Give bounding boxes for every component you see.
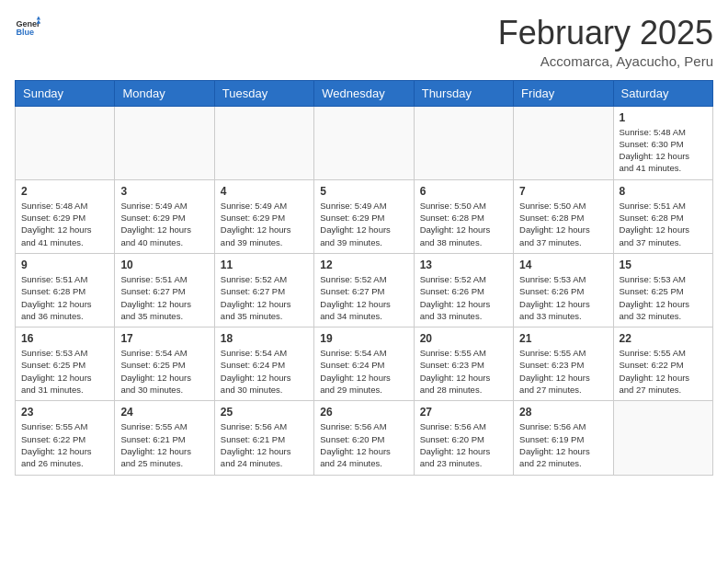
calendar-header-row: Sunday Monday Tuesday Wednesday Thursday… bbox=[16, 80, 713, 106]
day-number: 15 bbox=[620, 259, 707, 271]
col-monday: Monday bbox=[115, 80, 214, 106]
table-row: 13Sunrise: 5:52 AM Sunset: 6:26 PM Dayli… bbox=[414, 253, 513, 327]
day-number: 24 bbox=[120, 406, 208, 419]
day-number: 14 bbox=[519, 259, 607, 271]
day-info: Sunrise: 5:49 AM Sunset: 6:29 PM Dayligh… bbox=[221, 200, 308, 248]
day-info: Sunrise: 5:52 AM Sunset: 6:27 PM Dayligh… bbox=[221, 273, 308, 322]
day-info: Sunrise: 5:48 AM Sunset: 6:30 PM Dayligh… bbox=[620, 126, 707, 175]
table-row: 9Sunrise: 5:51 AM Sunset: 6:28 PM Daylig… bbox=[16, 253, 115, 327]
day-info: Sunrise: 5:53 AM Sunset: 6:26 PM Dayligh… bbox=[519, 273, 607, 322]
table-row: 11Sunrise: 5:52 AM Sunset: 6:27 PM Dayli… bbox=[214, 253, 313, 327]
table-row: 16Sunrise: 5:53 AM Sunset: 6:25 PM Dayli… bbox=[16, 327, 115, 401]
table-row: 8Sunrise: 5:51 AM Sunset: 6:28 PM Daylig… bbox=[613, 179, 712, 253]
day-number: 22 bbox=[620, 332, 707, 345]
calendar-week-row: 23Sunrise: 5:55 AM Sunset: 6:22 PM Dayli… bbox=[16, 401, 713, 475]
day-number: 20 bbox=[420, 332, 507, 345]
day-number: 16 bbox=[21, 332, 108, 345]
table-row: 26Sunrise: 5:56 AM Sunset: 6:20 PM Dayli… bbox=[314, 401, 414, 475]
table-row: 25Sunrise: 5:56 AM Sunset: 6:21 PM Dayli… bbox=[214, 401, 313, 475]
day-number: 10 bbox=[120, 259, 208, 271]
table-row: 14Sunrise: 5:53 AM Sunset: 6:26 PM Dayli… bbox=[514, 253, 613, 327]
calendar-week-row: 2Sunrise: 5:48 AM Sunset: 6:29 PM Daylig… bbox=[16, 179, 713, 253]
table-row: 28Sunrise: 5:56 AM Sunset: 6:19 PM Dayli… bbox=[514, 401, 613, 475]
table-row bbox=[16, 106, 115, 179]
calendar-week-row: 16Sunrise: 5:53 AM Sunset: 6:25 PM Dayli… bbox=[16, 327, 713, 401]
table-row: 12Sunrise: 5:52 AM Sunset: 6:27 PM Dayli… bbox=[314, 253, 414, 327]
table-row: 22Sunrise: 5:55 AM Sunset: 6:22 PM Dayli… bbox=[613, 327, 712, 401]
day-info: Sunrise: 5:48 AM Sunset: 6:29 PM Dayligh… bbox=[21, 200, 108, 248]
svg-marker-2 bbox=[37, 16, 40, 19]
table-row: 4Sunrise: 5:49 AM Sunset: 6:29 PM Daylig… bbox=[214, 179, 313, 253]
day-info: Sunrise: 5:53 AM Sunset: 6:25 PM Dayligh… bbox=[620, 273, 707, 322]
table-row: 1Sunrise: 5:48 AM Sunset: 6:30 PM Daylig… bbox=[613, 106, 712, 179]
day-info: Sunrise: 5:52 AM Sunset: 6:26 PM Dayligh… bbox=[420, 273, 507, 322]
table-row bbox=[214, 106, 313, 179]
day-info: Sunrise: 5:50 AM Sunset: 6:28 PM Dayligh… bbox=[420, 200, 507, 248]
day-info: Sunrise: 5:54 AM Sunset: 6:25 PM Dayligh… bbox=[120, 347, 208, 396]
table-row: 17Sunrise: 5:54 AM Sunset: 6:25 PM Dayli… bbox=[115, 327, 214, 401]
col-tuesday: Tuesday bbox=[214, 80, 313, 106]
day-number: 8 bbox=[620, 185, 707, 198]
day-info: Sunrise: 5:55 AM Sunset: 6:23 PM Dayligh… bbox=[519, 347, 607, 396]
day-number: 17 bbox=[120, 332, 208, 345]
day-info: Sunrise: 5:51 AM Sunset: 6:28 PM Dayligh… bbox=[21, 273, 108, 322]
day-number: 26 bbox=[320, 406, 407, 419]
table-row: 7Sunrise: 5:50 AM Sunset: 6:28 PM Daylig… bbox=[514, 179, 613, 253]
table-row: 21Sunrise: 5:55 AM Sunset: 6:23 PM Dayli… bbox=[514, 327, 613, 401]
calendar-table: Sunday Monday Tuesday Wednesday Thursday… bbox=[15, 80, 713, 476]
day-number: 2 bbox=[21, 185, 108, 198]
col-sunday: Sunday bbox=[16, 80, 115, 106]
day-info: Sunrise: 5:56 AM Sunset: 6:19 PM Dayligh… bbox=[519, 420, 607, 469]
day-info: Sunrise: 5:54 AM Sunset: 6:24 PM Dayligh… bbox=[221, 347, 308, 396]
day-number: 3 bbox=[120, 185, 208, 198]
col-saturday: Saturday bbox=[613, 80, 712, 106]
day-info: Sunrise: 5:51 AM Sunset: 6:27 PM Dayligh… bbox=[120, 273, 208, 322]
day-number: 1 bbox=[620, 111, 707, 124]
table-row bbox=[613, 401, 712, 475]
calendar-week-row: 9Sunrise: 5:51 AM Sunset: 6:28 PM Daylig… bbox=[16, 253, 713, 327]
table-row bbox=[314, 106, 414, 179]
table-row: 3Sunrise: 5:49 AM Sunset: 6:29 PM Daylig… bbox=[115, 179, 214, 253]
table-row: 2Sunrise: 5:48 AM Sunset: 6:29 PM Daylig… bbox=[16, 179, 115, 253]
table-row: 6Sunrise: 5:50 AM Sunset: 6:28 PM Daylig… bbox=[414, 179, 513, 253]
day-info: Sunrise: 5:55 AM Sunset: 6:22 PM Dayligh… bbox=[21, 420, 108, 469]
table-row: 23Sunrise: 5:55 AM Sunset: 6:22 PM Dayli… bbox=[16, 401, 115, 475]
day-number: 28 bbox=[519, 406, 607, 419]
day-info: Sunrise: 5:56 AM Sunset: 6:20 PM Dayligh… bbox=[420, 420, 507, 469]
col-wednesday: Wednesday bbox=[314, 80, 414, 106]
day-info: Sunrise: 5:50 AM Sunset: 6:28 PM Dayligh… bbox=[519, 200, 607, 248]
table-row bbox=[414, 106, 513, 179]
table-row bbox=[115, 106, 214, 179]
day-number: 18 bbox=[221, 332, 308, 345]
day-number: 27 bbox=[420, 406, 507, 419]
day-number: 25 bbox=[221, 406, 308, 419]
day-info: Sunrise: 5:49 AM Sunset: 6:29 PM Dayligh… bbox=[120, 200, 208, 248]
table-row: 19Sunrise: 5:54 AM Sunset: 6:24 PM Dayli… bbox=[314, 327, 414, 401]
day-info: Sunrise: 5:52 AM Sunset: 6:27 PM Dayligh… bbox=[320, 273, 407, 322]
month-year-title: February 2025 bbox=[498, 15, 713, 52]
table-row: 10Sunrise: 5:51 AM Sunset: 6:27 PM Dayli… bbox=[115, 253, 214, 327]
title-block: February 2025 Accomarca, Ayacucho, Peru bbox=[498, 15, 713, 69]
table-row: 5Sunrise: 5:49 AM Sunset: 6:29 PM Daylig… bbox=[314, 179, 414, 253]
day-info: Sunrise: 5:53 AM Sunset: 6:25 PM Dayligh… bbox=[21, 347, 108, 396]
day-info: Sunrise: 5:55 AM Sunset: 6:21 PM Dayligh… bbox=[120, 420, 208, 469]
day-info: Sunrise: 5:55 AM Sunset: 6:23 PM Dayligh… bbox=[420, 347, 507, 396]
logo-icon: General Blue bbox=[15, 15, 40, 40]
day-number: 19 bbox=[320, 332, 407, 345]
day-info: Sunrise: 5:55 AM Sunset: 6:22 PM Dayligh… bbox=[620, 347, 707, 396]
table-row: 27Sunrise: 5:56 AM Sunset: 6:20 PM Dayli… bbox=[414, 401, 513, 475]
day-number: 23 bbox=[21, 406, 108, 419]
col-friday: Friday bbox=[514, 80, 613, 106]
day-number: 21 bbox=[519, 332, 607, 345]
page-header: General Blue General Blue February 2025 … bbox=[15, 15, 713, 69]
col-thursday: Thursday bbox=[414, 80, 513, 106]
location-subtitle: Accomarca, Ayacucho, Peru bbox=[498, 53, 713, 69]
day-number: 5 bbox=[320, 185, 407, 198]
day-number: 9 bbox=[21, 259, 108, 271]
day-number: 4 bbox=[221, 185, 308, 198]
day-info: Sunrise: 5:56 AM Sunset: 6:20 PM Dayligh… bbox=[320, 420, 407, 469]
table-row bbox=[514, 106, 613, 179]
table-row: 20Sunrise: 5:55 AM Sunset: 6:23 PM Dayli… bbox=[414, 327, 513, 401]
svg-text:Blue: Blue bbox=[16, 28, 34, 37]
day-number: 12 bbox=[320, 259, 407, 271]
